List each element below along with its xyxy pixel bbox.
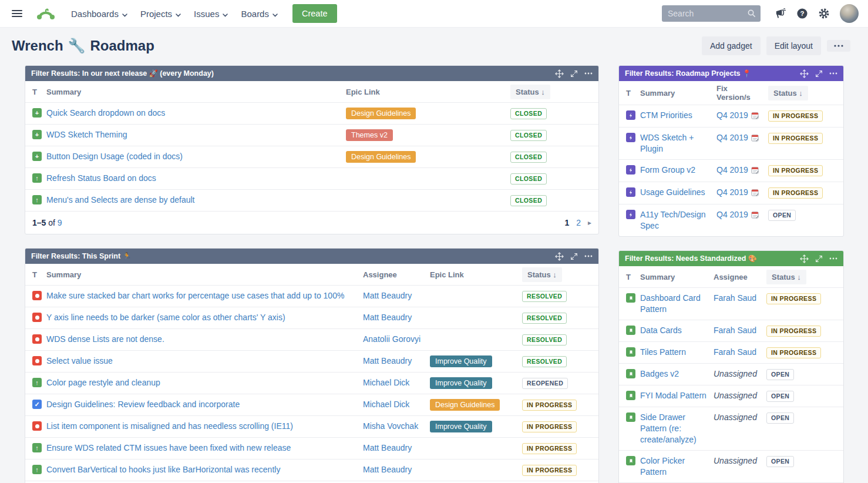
- maximize-icon[interactable]: [570, 70, 578, 78]
- column-header-type[interactable]: T: [626, 89, 640, 98]
- maximize-icon[interactable]: [815, 70, 823, 78]
- epic-link-badge[interactable]: Improve Quality: [430, 421, 492, 432]
- fix-version-link[interactable]: Q4 2019: [716, 210, 748, 219]
- epic-link-badge[interactable]: Themes v2: [346, 129, 393, 141]
- search-input[interactable]: [662, 5, 761, 22]
- assignee-link[interactable]: Farah Saud: [714, 293, 756, 303]
- column-header-assignee[interactable]: Assignee: [714, 273, 766, 281]
- cell-epic: Improve Quality: [430, 377, 522, 389]
- issue-summary-link[interactable]: A11y Tech/Design Spec: [640, 210, 706, 230]
- issue-summary-link[interactable]: Color page restyle and cleanup: [46, 378, 160, 387]
- issue-summary-link[interactable]: Data Cards: [640, 326, 682, 335]
- nav-item-issues[interactable]: Issues: [187, 5, 234, 22]
- column-header-epic[interactable]: Epic Link: [430, 270, 522, 279]
- edit-layout-button[interactable]: Edit layout: [766, 36, 821, 55]
- fix-version-link[interactable]: Q4 2019: [716, 187, 748, 197]
- nav-item-dashboards[interactable]: Dashboards: [65, 5, 134, 22]
- fix-version-link[interactable]: Q4 2019: [716, 165, 748, 175]
- epic-link-badge[interactable]: Improve Quality: [430, 377, 492, 389]
- assignee-link[interactable]: Matt Beaudry: [363, 313, 412, 322]
- column-header-status[interactable]: Status ↓: [766, 270, 836, 284]
- issue-summary-link[interactable]: WDS Sketch + Plugin: [640, 133, 694, 153]
- column-header-type[interactable]: T: [626, 273, 640, 281]
- column-header-summary[interactable]: Summary: [46, 88, 346, 96]
- maximize-icon[interactable]: [570, 253, 578, 260]
- issue-summary-link[interactable]: Select value issue: [46, 356, 113, 365]
- maximize-icon[interactable]: [815, 255, 823, 263]
- issue-summary-link[interactable]: Ensure WDS related CTM issues have been …: [46, 443, 291, 452]
- column-header-type[interactable]: T: [32, 270, 46, 279]
- epic-link-badge[interactable]: Improve Quality: [430, 355, 492, 367]
- more-icon[interactable]: [584, 72, 593, 75]
- move-icon[interactable]: [800, 254, 809, 263]
- issue-summary-link[interactable]: List item component is misaligned and ha…: [46, 421, 293, 431]
- issue-summary-link[interactable]: Convert BarVertical to hooks just like B…: [46, 465, 280, 474]
- epic-link-badge[interactable]: Design Guidelines: [346, 108, 416, 119]
- column-header-summary[interactable]: Summary: [640, 273, 714, 281]
- announcements-icon[interactable]: [774, 8, 786, 19]
- move-icon[interactable]: [555, 69, 564, 78]
- issue-summary-link[interactable]: Color Picker Pattern: [640, 456, 685, 477]
- nav-item-boards[interactable]: Boards: [234, 5, 284, 22]
- issue-summary-link[interactable]: Y axis line needs to be darker (same col…: [46, 313, 285, 322]
- issue-summary-link[interactable]: Quick Search dropdown on docs: [46, 108, 165, 118]
- assignee-link[interactable]: Matt Beaudry: [363, 443, 412, 452]
- move-icon[interactable]: [800, 69, 809, 78]
- assignee-link[interactable]: Matt Beaudry: [363, 356, 412, 365]
- issue-summary-link[interactable]: Side Drawer Pattern (re: create/analyze): [640, 412, 697, 444]
- issue-summary-link[interactable]: Badges v2: [640, 369, 679, 378]
- issue-summary-link[interactable]: Menu's and Selects are dense by default: [46, 195, 195, 204]
- issue-summary-link[interactable]: Button Design Usage (coded in docs): [46, 152, 183, 161]
- more-icon[interactable]: [829, 257, 837, 260]
- issue-summary-link[interactable]: WDS dense Lists are not dense.: [46, 334, 164, 344]
- assignee-link[interactable]: Farah Saud: [714, 347, 756, 357]
- column-header-status[interactable]: Status ↓: [768, 86, 836, 100]
- issue-summary-link[interactable]: Refresh Status Board on docs: [46, 173, 156, 183]
- create-button[interactable]: Create: [292, 4, 337, 23]
- issue-summary-link[interactable]: Usage Guidelines: [640, 187, 705, 197]
- column-header-epic[interactable]: Epic Link: [346, 88, 510, 96]
- more-icon[interactable]: [584, 255, 593, 257]
- dashboard-more-icon[interactable]: [827, 40, 850, 52]
- gadget-title-text: Filter Results: This Sprint: [31, 252, 120, 260]
- hamburger-menu-icon[interactable]: [9, 6, 25, 21]
- assignee-link[interactable]: Michael Dick: [363, 378, 409, 387]
- epic-link-badge[interactable]: Design Guidelines: [430, 399, 500, 411]
- next-page-icon[interactable]: ▸: [588, 219, 591, 227]
- column-header-type[interactable]: T: [32, 88, 46, 96]
- settings-icon[interactable]: [818, 8, 830, 19]
- fix-version-link[interactable]: Q4 2019: [716, 133, 748, 142]
- issue-summary-link[interactable]: Make sure stacked bar chart works for pe…: [46, 291, 344, 300]
- move-icon[interactable]: [555, 252, 564, 261]
- surveymonkey-logo[interactable]: [35, 5, 56, 22]
- help-icon[interactable]: ?: [796, 8, 808, 19]
- issue-summary-link[interactable]: WDS Sketch Theming: [46, 130, 127, 139]
- assignee-link[interactable]: Michael Dick: [363, 400, 409, 409]
- issue-summary-link[interactable]: Form Group v2: [640, 165, 695, 175]
- column-header-status[interactable]: Status ↓: [522, 267, 591, 282]
- nav-item-projects[interactable]: Projects: [134, 5, 187, 22]
- issue-summary-link[interactable]: FYI Modal Pattern: [640, 391, 706, 400]
- user-avatar[interactable]: [840, 4, 859, 23]
- assignee-link[interactable]: Matt Beaudry: [363, 465, 412, 474]
- epic-link-badge[interactable]: Design Guidelines: [346, 151, 416, 163]
- assignee-link[interactable]: Farah Saud: [714, 326, 756, 335]
- page-2-link[interactable]: 2: [576, 218, 581, 227]
- assignee-link[interactable]: Misha Vovchak: [363, 421, 418, 431]
- assignee-link[interactable]: Matt Beaudry: [363, 291, 412, 300]
- column-header-status[interactable]: Status ↓: [510, 85, 591, 99]
- more-icon[interactable]: [829, 72, 837, 75]
- issue-summary-link[interactable]: CTM Priorities: [640, 110, 692, 120]
- fix-version-link[interactable]: Q4 2019: [716, 110, 748, 120]
- column-header-summary[interactable]: Summary: [640, 89, 716, 98]
- cell-assignee: Matt Beaudry: [363, 464, 430, 475]
- issue-summary-link[interactable]: Tiles Pattern: [640, 347, 686, 357]
- assignee-link[interactable]: Anatolii Gorovyi: [363, 334, 420, 344]
- issue-summary-link[interactable]: Dashboard Card Pattern: [640, 293, 701, 314]
- add-gadget-button[interactable]: Add gadget: [702, 36, 761, 55]
- column-header-summary[interactable]: Summary: [46, 270, 363, 279]
- column-header-assignee[interactable]: Assignee: [363, 270, 430, 279]
- issue-summary-link[interactable]: Design Guidelines: Review feedback and i…: [46, 400, 240, 409]
- column-header-fix_version[interactable]: Fix Version/s: [716, 84, 768, 102]
- results-total-link[interactable]: 9: [58, 218, 62, 227]
